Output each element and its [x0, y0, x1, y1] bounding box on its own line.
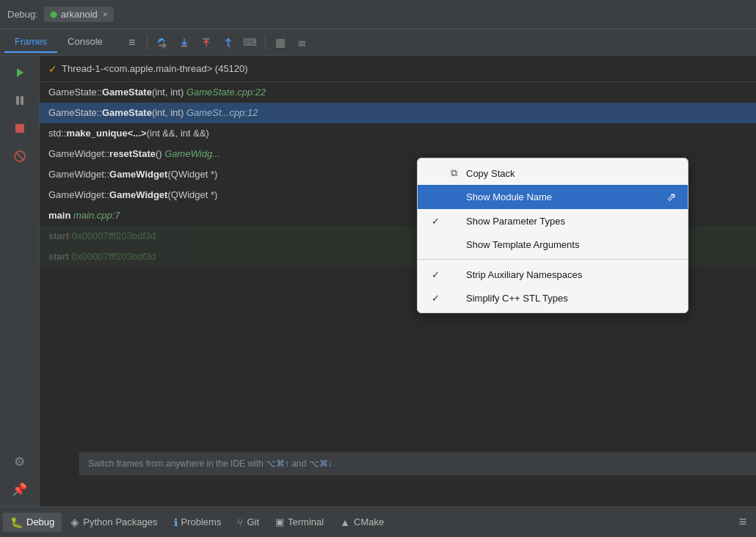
bottom-tab-git[interactable]: ⑂ Git: [230, 513, 266, 532]
svg-rect-3: [15, 124, 24, 133]
frame-text-7: start 0x00007fff203bdf3d: [48, 230, 156, 241]
menu-item-strip-auxiliary[interactable]: ✓ Strip Auxiliary Namespaces: [418, 263, 688, 286]
strip-auxiliary-label: Strip Auxiliary Namespaces: [466, 269, 676, 280]
strip-auxiliary-icon: [447, 268, 460, 281]
bottom-tab-cmake-label: CMake: [354, 516, 384, 527]
show-parameter-types-check: ✓: [429, 216, 441, 227]
evaluate-button[interactable]: ⌨: [240, 32, 261, 53]
menu-item-show-module-name[interactable]: Show Module Name ⇗: [418, 185, 688, 209]
run-to-cursor-button[interactable]: |: [218, 32, 239, 53]
copy-stack-label: Copy Stack: [466, 168, 676, 179]
hamburger-button[interactable]: ≡: [122, 32, 142, 53]
bottom-tab-git-label: Git: [247, 516, 259, 527]
tab-close-button[interactable]: ×: [103, 10, 108, 20]
menu-divider: [418, 259, 688, 260]
thread-name: Thread-1-<com.apple.main-thread> (45120): [62, 63, 248, 74]
tab-frames[interactable]: Frames: [4, 32, 57, 53]
stop-button[interactable]: [7, 116, 32, 141]
debug-bar: Debug: arkanoid ×: [0, 0, 756, 29]
python-packages-icon: ◈: [70, 516, 79, 529]
simplify-stl-label: Simplify C++ STL Types: [466, 293, 676, 304]
status-text: Switch frames from anywhere in the IDE w…: [88, 459, 332, 469]
frame-text-8: start 0x00007fff203bdf3d: [48, 251, 156, 262]
bottom-tab-python-packages-label: Python Packages: [83, 516, 157, 527]
tab-name: arkanoid: [61, 9, 98, 20]
toolbar-tabs: Frames Console: [4, 32, 113, 53]
step-out-button[interactable]: [196, 32, 217, 53]
status-bar: Switch frames from anywhere in the IDE w…: [79, 452, 756, 475]
svg-rect-1: [16, 96, 19, 105]
debug-tab[interactable]: arkanoid ×: [44, 7, 114, 22]
mute-button[interactable]: [7, 144, 32, 169]
left-sidebar: ⚙ 📌: [0, 56, 40, 506]
frame-text-5: GameWidget::GameWidget(QWidget *): [48, 189, 217, 200]
debug-label: Debug:: [7, 9, 38, 20]
bottom-tab-problems-label: Problems: [181, 516, 222, 527]
context-menu: ⧉ Copy Stack Show Module Name ⇗ ✓ Show P…: [417, 158, 688, 313]
menu-item-copy-stack[interactable]: ⧉ Copy Stack: [418, 161, 688, 185]
pause-button[interactable]: [7, 88, 32, 113]
step-over-button[interactable]: [152, 32, 172, 53]
resume-button[interactable]: [7, 60, 32, 85]
bottom-bar: 🐛 Debug ◈ Python Packages ℹ Problems ⑂ G…: [0, 506, 756, 537]
thread-header: ✓ Thread-1-<com.apple.main-thread> (4512…: [40, 56, 756, 82]
frame-item-2[interactable]: std::make_unique<...>(int &&, int &&): [40, 123, 756, 144]
cursor-indicator: ⇗: [666, 190, 676, 204]
copy-stack-icon: ⧉: [447, 167, 460, 180]
bottom-tab-terminal[interactable]: ▣ Terminal: [268, 513, 331, 531]
settings-button[interactable]: ⚙: [7, 449, 32, 474]
menu-item-show-template-args[interactable]: Show Template Arguments: [418, 233, 688, 256]
step-into-button[interactable]: [174, 32, 195, 53]
terminal-icon: ▣: [275, 516, 284, 527]
show-module-name-icon: [447, 191, 460, 204]
list-button[interactable]: ≣: [292, 32, 313, 53]
git-icon: ⑂: [237, 516, 243, 528]
tab-status-dot: [50, 11, 57, 18]
svg-rect-2: [21, 96, 23, 105]
simplify-stl-icon: [447, 291, 460, 304]
svg-text:|: |: [229, 43, 230, 48]
toolbar-separator-2: [265, 35, 266, 50]
bottom-tab-debug-label: Debug: [26, 516, 54, 527]
show-module-name-label: Show Module Name: [466, 191, 661, 202]
bottom-tab-cmake[interactable]: ▲ CMake: [332, 513, 391, 532]
frame-text-3: GameWidget::resetState() GameWidg...: [48, 148, 220, 159]
pin-button[interactable]: 📌: [7, 477, 32, 502]
show-template-args-icon: [447, 238, 460, 251]
frame-text-1: GameState::GameState(int, int) GameSt...…: [48, 107, 258, 118]
frame-item-1[interactable]: GameState::GameState(int, int) GameSt...…: [40, 103, 756, 123]
menu-item-simplify-stl[interactable]: ✓ Simplify C++ STL Types: [418, 286, 688, 310]
show-template-args-label: Show Template Arguments: [466, 239, 676, 250]
simplify-stl-check: ✓: [429, 293, 441, 304]
frame-item-0[interactable]: GameState::GameState(int, int) GameState…: [40, 82, 756, 103]
toolbar-separator: [147, 35, 148, 50]
grid-button[interactable]: ▦: [270, 32, 291, 53]
problems-icon: ℹ: [174, 516, 178, 528]
thread-check-icon: ✓: [48, 63, 57, 75]
cmake-icon: ▲: [340, 516, 350, 528]
bottom-menu-button[interactable]: ≡: [733, 512, 753, 533]
debug-icon: 🐛: [10, 516, 23, 528]
svg-line-5: [16, 153, 23, 160]
frame-text-4: GameWidget::GameWidget(QWidget *): [48, 169, 217, 180]
frame-text-0: GameState::GameState(int, int) GameState…: [48, 87, 266, 98]
strip-auxiliary-check: ✓: [429, 269, 441, 280]
show-parameter-types-label: Show Parameter Types: [466, 216, 676, 227]
frame-text-6: main main.cpp:7: [48, 210, 120, 221]
tab-console[interactable]: Console: [57, 32, 113, 53]
show-parameter-types-icon: [447, 214, 460, 227]
bottom-tab-terminal-label: Terminal: [288, 516, 324, 527]
toolbar: Frames Console ≡: [0, 29, 756, 56]
bottom-tab-debug[interactable]: 🐛 Debug: [3, 513, 62, 532]
frame-text-2: std::make_unique<...>(int &&, int &&): [48, 128, 209, 139]
menu-item-show-parameter-types[interactable]: ✓ Show Parameter Types: [418, 209, 688, 233]
bottom-tab-problems[interactable]: ℹ Problems: [167, 513, 229, 532]
bottom-tab-python-packages[interactable]: ◈ Python Packages: [63, 512, 164, 533]
